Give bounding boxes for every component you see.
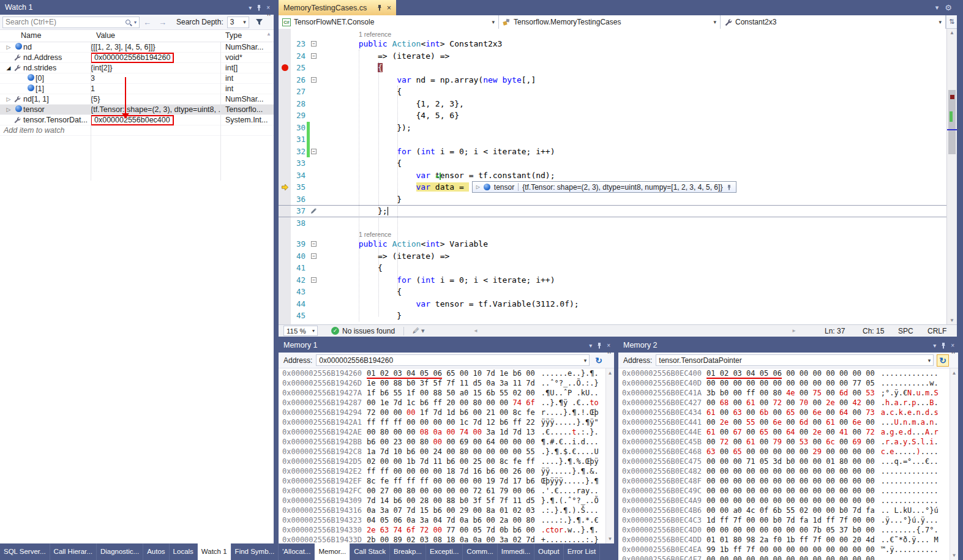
memory-row[interactable]: 0x000002556B19428700 1e 7d 1c b6 ff 20 0… [282,398,605,408]
code-line[interactable]: 35 var data = ▷tensor{tf.Tensor: shape=(… [279,181,946,193]
bottom-tab-find-symb[interactable]: Find Symb... [231,543,279,560]
glyph-margin[interactable] [279,50,291,62]
code-line[interactable]: 26− var nd = np.array(new byte[,] [279,74,946,86]
fold-margin[interactable]: − [310,149,318,154]
close-icon[interactable]: × [387,4,391,12]
memory-row[interactable]: 0x000002556B0EC46863 00 65 00 00 00 00 0… [622,447,950,457]
code-line[interactable]: 37 }; [279,205,946,217]
glyph-margin[interactable] [279,74,291,86]
column-header-name[interactable]: Name [21,31,41,40]
code-line[interactable]: 30 }); [279,122,946,134]
refresh-icon[interactable]: ↻ [593,354,605,367]
glyph-margin[interactable] [279,146,291,158]
collapse-icon[interactable]: − [311,53,317,59]
memory-row[interactable]: 0x000002556B19429472 00 00 00 1f 7d 1d b… [282,408,605,417]
memory-row[interactable]: 0x000002556B19432304 05 06 0a 3a 04 7d 0… [282,515,605,525]
scrollbar-thumb[interactable] [948,90,956,154]
glyph-margin[interactable] [279,274,291,286]
hscroll-right-icon[interactable]: ► [792,328,796,334]
pin-icon[interactable] [940,342,946,349]
memory-row[interactable]: 0x000002556B0EC4EA99 1b ff 7f 00 00 00 0… [622,545,950,554]
memory-row[interactable]: 0x000002556B0EC40001 02 03 04 05 06 00 0… [622,368,950,378]
memory-row[interactable]: 0x000002556B19433D2b 00 89 02 03 08 18 0… [282,535,605,543]
watch-title-bar[interactable]: Watch 1 ▾ × [0,0,274,15]
code-text[interactable]: public Action<int> Constant2x3 [318,39,502,48]
memory-row[interactable]: 0x000002556B0EC49C00 00 00 00 00 00 00 0… [622,486,950,496]
memory2-title-bar[interactable]: Memory 2 ▾ × [618,338,958,353]
memory-row[interactable]: 0x000002556B0EC4DD01 01 80 98 2a f0 1b f… [622,535,950,545]
code-text[interactable]: { [318,159,402,168]
memory2-scrollbar[interactable]: ▲ ▼ [950,368,958,560]
glyph-margin[interactable] [279,217,291,230]
watch-row-value-cell[interactable]: {tf.Tensor: shape=(2, 3), dtype=uint8, .… [91,105,220,114]
window-position-icon[interactable]: ▾ [249,4,252,11]
memory1-address-input[interactable]: 0x000002556B194260 ▾ [316,354,590,366]
scroll-up-icon[interactable]: ▲ [266,31,271,37]
glyph-margin[interactable] [279,38,291,50]
memory-row[interactable]: 0x000002556B0EC47500 00 00 71 05 3d b0 0… [622,457,950,466]
code-line[interactable]: 34 var tensor = tf.constant(nd);▶ [279,170,946,182]
breakpoint-icon[interactable] [282,64,288,71]
memory-row[interactable]: 0x000002556B1942C81a 7d 10 b6 00 24 00 8… [282,447,605,457]
memory-row[interactable]: 0x000002556B0EC4C31d ff 7f 00 00 b0 7d f… [622,515,950,525]
bottom-tab-sql-server[interactable]: SQL Server... [0,543,50,560]
toolbar-overflow-icon[interactable]: '' [951,353,956,357]
memory2-hex-view[interactable]: 0x000002556B0EC40001 02 03 04 05 06 00 0… [622,368,950,560]
code-text[interactable]: => (iterate) => [318,51,449,61]
memory2-address-input[interactable]: tensor.TensorDataPointer ▾ [656,354,934,366]
code-line[interactable]: 28 {1, 2, 3}, [279,98,946,110]
window-position-icon[interactable]: ▾ [933,342,936,349]
code-line[interactable]: 43 { [279,286,946,298]
pin-icon[interactable] [377,4,383,11]
column-header-type[interactable]: Type [225,31,242,40]
collapse-icon[interactable]: − [311,149,317,154]
code-text[interactable]: { [318,87,402,96]
glyph-margin[interactable] [279,110,291,122]
watch-row-value-cell[interactable]: 1 [91,84,220,93]
code-line[interactable]: 32− for (int i = 0; i < iterate; i++) [279,146,946,158]
search-input[interactable]: Search (Ctrl+E) ▾ [2,17,140,28]
memory1-hex-view[interactable]: 0x000002556B19426001 02 03 04 05 06 65 0… [282,368,605,543]
watch-row[interactable]: ◢nd.strides{int[2]}int[] [0,63,274,73]
fold-margin[interactable]: − [310,253,318,259]
collapse-icon[interactable]: − [311,77,317,83]
glyph-margin[interactable] [279,193,291,206]
back-arrow-icon[interactable]: ← [143,18,151,27]
memory-row[interactable]: 0x000002556B0EC48F00 00 00 00 00 00 00 0… [622,476,950,486]
forward-arrow-icon[interactable]: → [159,18,167,27]
memory-row[interactable]: 0x000002556B19427A1f b6 55 1f 00 88 50 a… [282,388,605,398]
memory-row[interactable]: 0x000002556B0EC45B00 72 00 61 00 79 00 5… [622,437,950,447]
type-dropdown[interactable]: Tensorflow.MemoryTestingCases ▾ [499,15,721,29]
filter-icon[interactable] [255,18,263,26]
bottom-tab-excepti[interactable]: Excepti... [426,543,463,560]
glyph-margin[interactable] [279,298,291,310]
gear-icon[interactable]: ⚙ [945,3,952,12]
bottom-tab-comm[interactable]: Comm... [463,543,497,560]
code-text[interactable]: var tensor = tf.Variable(3112.0f); [318,299,579,308]
watch-row[interactable]: ▷tensor{tf.Tensor: shape=(2, 3), dtype=u… [0,105,274,115]
memory-row[interactable]: 0x000002556B0EC42700 68 00 61 00 72 00 7… [622,398,950,408]
window-position-icon[interactable]: ▾ [935,4,939,12]
collapse-icon[interactable]: − [311,241,317,247]
toolbar-overflow-icon[interactable]: '' [607,353,612,357]
scroll-down-icon[interactable]: ▼ [606,536,614,542]
health-check-icon[interactable]: ✓ [331,327,339,335]
glyph-margin[interactable] [279,86,291,98]
bottom-tab-error-list[interactable]: Error List [564,543,601,560]
close-icon[interactable]: × [607,342,610,349]
memory-row[interactable]: 0x000002556B1942A1ff ff ff 00 00 00 00 1… [282,417,605,427]
code-line[interactable]: 29 {4, 5, 6} [279,110,946,122]
memory-row[interactable]: 0x000002556B19426001 02 03 04 05 06 65 0… [282,368,605,378]
scroll-down-icon[interactable]: ▼ [947,318,957,323]
memory-row[interactable]: 0x000002556B0EC48200 00 00 00 00 00 00 0… [622,466,950,476]
zoom-level-combo[interactable]: 115 % ▾ [283,326,318,336]
code-text[interactable]: { [318,287,402,296]
memory-row[interactable]: 0x000002556B1942EF8c fe ff ff ff 00 00 0… [282,476,605,486]
scroll-up-icon[interactable]: ▲ [947,30,957,35]
column-separator[interactable] [91,42,91,181]
watch-row-value-cell[interactable]: 0x000002556b194260 [91,53,220,63]
glyph-margin[interactable] [279,133,291,146]
memory-row[interactable]: 0x000002556B0EC41A3b b0 00 ff 00 80 4e 0… [622,388,950,398]
bottom-tab-memor[interactable]: Memor... [315,543,350,560]
code-text[interactable]: {1, 2, 3}, [318,99,464,108]
